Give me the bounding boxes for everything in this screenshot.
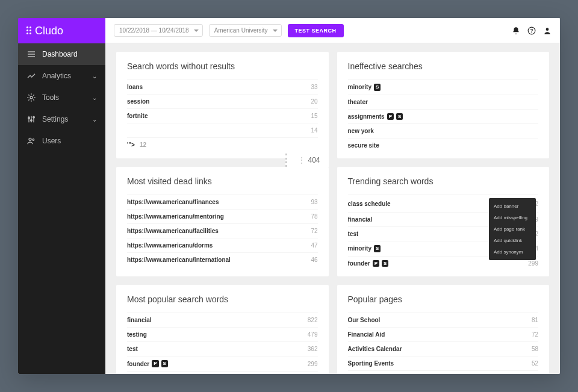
row-label: loans	[127, 84, 143, 90]
list-item[interactable]: minority S	[348, 79, 539, 95]
list-item[interactable]: founder PS299	[127, 356, 318, 371]
row-label: test	[348, 231, 359, 237]
row-label: class schedule	[348, 201, 391, 207]
list-item[interactable]: session20	[127, 94, 318, 108]
list-item[interactable]: 14	[127, 123, 318, 137]
list-item[interactable]: Activities Calendar58	[348, 341, 539, 356]
card-popular-pages: Popular pages Our School81Financial Aid7…	[337, 285, 550, 374]
sidebar-item-label: Dashboard	[42, 50, 78, 58]
row-value: 479	[308, 331, 318, 338]
sidebar-item-tools[interactable]: Tools⌄	[18, 87, 105, 108]
badge-p: P	[373, 260, 379, 267]
list-item[interactable]: Sporting Events52	[348, 356, 539, 370]
sidebar-item-analytics[interactable]: Analytics⌄	[18, 65, 105, 87]
topbar-right: ?	[512, 26, 552, 35]
svg-point-9	[33, 116, 35, 118]
sidebar: Cludo DashboardAnalytics⌄Tools⌄Settings⌄…	[18, 18, 105, 374]
row-label: founder PS	[348, 260, 389, 267]
badge-s: S	[374, 84, 381, 91]
list-item[interactable]: secure site	[348, 138, 539, 152]
dashboard-icon	[26, 49, 36, 59]
list-item[interactable]: https://www.americanu/international46	[127, 252, 318, 267]
badge-s: S	[161, 360, 168, 367]
list-item[interactable]: Our School81	[348, 313, 539, 327]
card-title: Most visited dead links	[127, 176, 318, 186]
dashboard-content: Search words without results loans33sess…	[105, 43, 560, 374]
list-item[interactable]: test362	[127, 341, 318, 356]
main-area: 10/22/2018 — 10/24/2018 American Univers…	[105, 18, 560, 374]
dropdown-item[interactable]: Add misspelling	[489, 212, 536, 223]
chevron-down-icon: ⌄	[92, 95, 97, 101]
row-value: 52	[532, 360, 538, 367]
svg-point-11	[33, 139, 34, 141]
sidebar-item-dashboard[interactable]: Dashboard	[18, 43, 105, 65]
row-label: https://www.americanu/mentoring	[127, 213, 224, 220]
notifications-icon[interactable]	[512, 26, 520, 35]
list-item[interactable]: Library Hours44	[348, 370, 539, 374]
sidebar-item-settings[interactable]: Settings⌄	[18, 108, 105, 130]
sidebar-item-label: Settings	[42, 115, 68, 123]
card-title: Popular pages	[348, 294, 539, 304]
university-select[interactable]: American University	[209, 24, 282, 37]
svg-point-3	[30, 96, 33, 99]
chevron-down-icon: ⌄	[92, 73, 97, 79]
row-label: minority S	[348, 245, 381, 252]
row-value: 78	[311, 213, 317, 220]
list-item[interactable]: https://www.americanu/finances93	[127, 194, 318, 209]
list-item[interactable]: campus S264	[127, 371, 318, 374]
dropdown-item[interactable]: Add banner	[489, 201, 536, 212]
row-label: fortnite	[127, 113, 148, 119]
topbar: 10/22/2018 — 10/24/2018 American Univers…	[105, 18, 560, 43]
row-label: test	[127, 346, 138, 352]
row-label: Activities Calendar	[348, 346, 402, 352]
list-item[interactable]: '">12	[127, 137, 318, 152]
list-item[interactable]: financial822	[127, 313, 318, 327]
list-item[interactable]: Financial Aid72	[348, 327, 539, 341]
card-dead-links: ⋮404 Most visited dead links https://www…	[116, 167, 329, 276]
test-search-button[interactable]: TEST SEARCH	[288, 24, 344, 37]
dropdown-item[interactable]: Add synonym	[489, 246, 536, 258]
list-item[interactable]: fortnite15	[127, 108, 318, 123]
settings-icon	[26, 114, 36, 124]
row-value: 46	[311, 257, 317, 263]
row-label: '">12	[127, 142, 146, 148]
user-icon[interactable]	[543, 26, 552, 35]
date-range-select[interactable]: 10/22/2018 — 10/24/2018	[114, 24, 203, 37]
list-item[interactable]: loans33	[127, 79, 318, 94]
nav-list: DashboardAnalytics⌄Tools⌄Settings⌄Users	[18, 43, 105, 374]
logo-dots-icon	[26, 26, 31, 35]
list-item[interactable]: new york	[348, 123, 539, 138]
brand-logo[interactable]: Cludo	[18, 18, 105, 43]
row-label: assignments PS	[348, 113, 403, 120]
sidebar-item-users[interactable]: Users	[18, 130, 105, 152]
svg-point-10	[29, 138, 31, 140]
svg-point-8	[31, 120, 33, 122]
row-label: session	[127, 98, 149, 105]
users-icon	[26, 136, 36, 146]
dropdown-item[interactable]: Add page rank	[489, 223, 536, 235]
row-value: 33	[311, 84, 317, 90]
help-icon[interactable]: ?	[527, 26, 536, 35]
list-item[interactable]: https://www.americanu/facilities72	[127, 223, 318, 238]
trending-dropdown: Add bannerAdd misspellingAdd page rankAd…	[489, 198, 536, 260]
list-item[interactable]: assignments PS	[348, 109, 539, 124]
sidebar-item-label: Tools	[42, 93, 59, 102]
list-item[interactable]: https://www.americanu/dorms47	[127, 238, 318, 252]
svg-point-7	[28, 117, 30, 119]
card-ineffective: Ineffective searches minority Stheateras…	[337, 52, 550, 158]
row-value: 362	[308, 346, 318, 352]
sidebar-item-label: Users	[42, 137, 61, 145]
row-label: https://www.americanu/finances	[127, 199, 219, 205]
brand-name: Cludo	[35, 25, 63, 37]
sidebar-item-label: Analytics	[42, 72, 71, 80]
list-item[interactable]: https://www.americanu/mentoring78	[127, 209, 318, 223]
chevron-down-icon: ⌄	[92, 116, 97, 123]
tab-404[interactable]: ⋮404	[285, 154, 328, 167]
row-label: financial	[127, 317, 152, 323]
card-popular-words: Most popular search words financial822te…	[116, 285, 329, 374]
app-window: Cludo DashboardAnalytics⌄Tools⌄Settings⌄…	[18, 18, 560, 374]
list-item[interactable]: theater	[348, 95, 539, 109]
dropdown-item[interactable]: Add quicklink	[489, 235, 536, 246]
row-value: 299	[308, 361, 318, 367]
list-item[interactable]: testing479	[127, 327, 318, 341]
